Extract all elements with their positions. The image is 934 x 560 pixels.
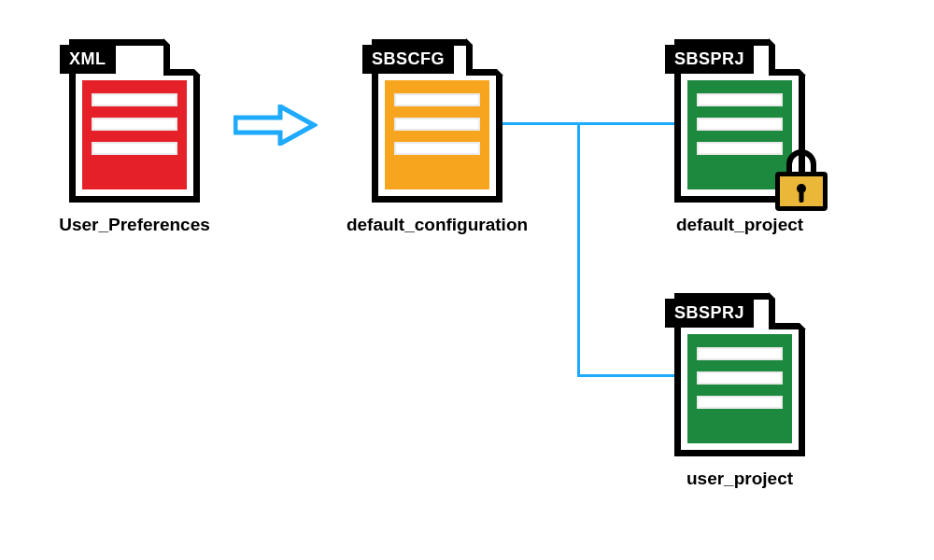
file-fold-corner (769, 38, 806, 76)
file-fold-corner (163, 38, 201, 76)
file-user-project: SBSPRJ user_project (674, 293, 805, 456)
file-label: default_project (676, 215, 803, 235)
connector-line (502, 122, 674, 125)
file-fold-corner (769, 292, 806, 329)
file-default-configuration: SBSCFG default_configuration (372, 39, 502, 203)
file-line (394, 93, 480, 106)
file-line (92, 118, 177, 131)
file-fold-corner (466, 38, 503, 76)
file-line (394, 118, 480, 131)
lock-icon (775, 149, 828, 211)
file-label: user_project (686, 469, 793, 489)
svg-marker-0 (235, 106, 314, 144)
file-default-project: SBSPRJ default_project (674, 39, 805, 203)
file-type-tag: XML (60, 45, 116, 74)
file-body (82, 80, 187, 189)
file-type-tag: SBSPRJ (665, 299, 754, 328)
file-label: default_configuration (347, 215, 528, 235)
file-label: User_Preferences (59, 215, 210, 235)
file-line (394, 142, 480, 155)
lock-keyhole-stem (800, 189, 804, 203)
file-line (697, 93, 783, 106)
file-line (697, 396, 783, 409)
connector-line (577, 374, 674, 377)
arrow-icon (234, 105, 318, 146)
file-line (92, 93, 177, 106)
file-line (697, 347, 783, 360)
connector-line (577, 122, 580, 376)
file-type-tag: SBSCFG (362, 45, 454, 74)
file-body (687, 334, 792, 443)
file-type-tag: SBSPRJ (665, 45, 754, 74)
lock-body (775, 172, 828, 211)
file-line (697, 142, 783, 155)
file-line (697, 118, 783, 131)
file-line (697, 371, 783, 385)
file-line (92, 142, 177, 155)
file-body (385, 80, 489, 189)
file-user-preferences: XML User_Preferences (69, 39, 200, 203)
